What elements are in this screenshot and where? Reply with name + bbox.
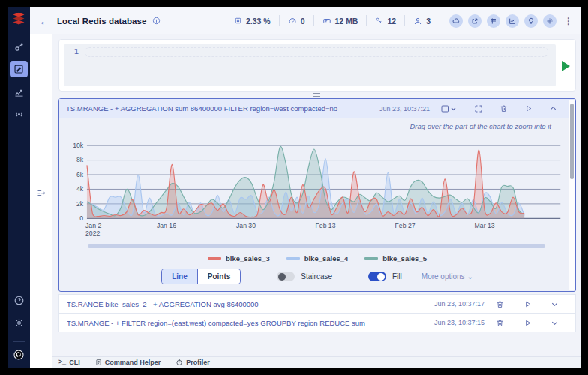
sidebar-item-settings[interactable]: [10, 314, 28, 331]
sidebar-item-help[interactable]: [10, 292, 28, 308]
metric-ops-value: 0: [301, 16, 305, 26]
query-timestamp: Jun 23, 10:37:15: [434, 319, 496, 326]
panel-scrollbar-thumb[interactable]: [570, 104, 574, 179]
svg-text:Jan 30: Jan 30: [236, 222, 256, 230]
svg-text:Jan 2: Jan 2: [86, 222, 101, 230]
pubsub-icon: [14, 109, 25, 120]
settings-button[interactable]: [543, 14, 556, 28]
expand-panel-icon[interactable]: [35, 188, 46, 199]
toggle-knob: [278, 273, 286, 280]
staircase-label: Staircase: [301, 272, 332, 280]
editor-line-number: 1: [74, 48, 79, 56]
sidebar-item-pubsub[interactable]: [10, 106, 28, 122]
svg-text:Feb 27: Feb 27: [395, 222, 416, 230]
user-icon: [413, 16, 422, 26]
window-frame: ← Local Redis database 2.33 % 0 12 MB: [0, 0, 588, 375]
command-helper-button[interactable]: Command Helper: [95, 358, 161, 366]
profiler-button[interactable]: Profiler: [176, 358, 210, 366]
legend-item[interactable]: bike_sales_3: [208, 254, 270, 262]
bulb-button[interactable]: [524, 14, 538, 28]
memory-icon: [322, 16, 332, 26]
sidebar-item-analytics[interactable]: [10, 83, 28, 100]
results-list: TS.MRANGE - + AGGREGATION sum 86400000 F…: [58, 98, 576, 356]
info-icon[interactable]: [152, 16, 160, 25]
analyze-chart-button[interactable]: [506, 14, 519, 28]
expand-chevron-down-icon[interactable]: [550, 319, 559, 327]
points-mode-button[interactable]: Points: [197, 269, 241, 284]
help-icon: [14, 295, 25, 306]
fill-toggle[interactable]: [368, 272, 386, 281]
chart-panel-header[interactable]: TS.MRANGE - + AGGREGATION sum 86400000 F…: [59, 99, 575, 118]
query-timestamp: Jun 23, 10:37:17: [434, 300, 496, 308]
svg-text:8k: 8k: [76, 156, 84, 164]
chart-result-panel: TS.MRANGE - + AGGREGATION sum 86400000 F…: [58, 98, 576, 292]
legend-label: bike_sales_5: [382, 254, 427, 262]
svg-text:Jan 16: Jan 16: [157, 222, 176, 230]
expand-chevron-down-icon[interactable]: [550, 300, 559, 308]
keys-icon: [375, 16, 383, 25]
database-title: Local Redis database: [57, 16, 147, 26]
metric-ops: 0: [280, 16, 314, 26]
trash-icon[interactable]: [496, 300, 504, 308]
more-options-link[interactable]: More options ⌄: [422, 272, 473, 280]
metric-keys: 12: [367, 16, 404, 26]
svg-text:10k: 10k: [73, 142, 84, 149]
run-query-button[interactable]: [562, 61, 570, 71]
rerun-play-icon[interactable]: [524, 104, 532, 112]
view-switcher-icon[interactable]: [441, 104, 458, 113]
legend-item[interactable]: bike_sales_5: [364, 254, 427, 262]
bottom-toolbar: >_ CLI Command Helper Profiler: [52, 356, 580, 368]
redis-logo-icon: [11, 11, 26, 26]
rerun-play-icon[interactable]: [524, 300, 532, 308]
fullscreen-icon[interactable]: [474, 104, 483, 113]
back-arrow-icon[interactable]: ←: [39, 16, 50, 26]
panel-header-icons: [441, 104, 557, 113]
cli-button[interactable]: >_ CLI: [58, 358, 80, 366]
staircase-toggle[interactable]: [277, 272, 295, 281]
svg-text:2k: 2k: [76, 200, 84, 208]
db-header: ← Local Redis database 2.33 % 0 12 MB: [30, 8, 580, 34]
legend-item[interactable]: bike_sales_4: [286, 254, 349, 262]
export-button[interactable]: [468, 14, 482, 28]
query-editor-card: 1: [58, 39, 576, 92]
cloud-button[interactable]: [449, 14, 463, 28]
terminal-icon: >_: [58, 358, 66, 366]
svg-text:4k: 4k: [76, 185, 84, 193]
sidebar-item-browser[interactable]: [10, 38, 28, 55]
command-list-button[interactable]: [487, 14, 500, 28]
metric-cpu-value: 2.33 %: [246, 16, 271, 26]
sidebar-item-workbench[interactable]: [10, 61, 28, 77]
legend-label: bike_sales_4: [304, 254, 349, 262]
github-icon: [13, 349, 25, 361]
gauge-icon: [288, 16, 297, 26]
trash-icon[interactable]: [500, 104, 508, 112]
query-result-row[interactable]: TS.MRANGE - + FILTER region=(east,west) …: [58, 313, 576, 332]
svg-text:2022: 2022: [86, 230, 100, 237]
app-window: ← Local Redis database 2.33 % 0 12 MB: [8, 8, 580, 368]
metric-cpu: 2.33 %: [226, 16, 279, 26]
analytics-chart-icon: [14, 86, 25, 98]
chart-legend: bike_sales_3bike_sales_4bike_sales_5: [59, 254, 575, 262]
timeseries-chart[interactable]: 02k4k6k8k10kJan 22022Jan 16Jan 30Feb 13F…: [67, 130, 565, 243]
trash-icon[interactable]: [496, 319, 504, 327]
key-icon: [14, 41, 25, 52]
legend-swatch: [208, 257, 221, 260]
query-result-row[interactable]: TS.RANGE bike_sales_2 - + AGGREGATION av…: [58, 294, 576, 314]
svg-text:Feb 13: Feb 13: [316, 222, 336, 230]
query-editor[interactable]: 1: [64, 44, 556, 86]
overflow-menu-icon[interactable]: ⋮: [564, 16, 573, 26]
main-column: ← Local Redis database 2.33 % 0 12 MB: [30, 8, 580, 368]
metric-keys-value: 12: [387, 16, 396, 26]
line-mode-button[interactable]: Line: [162, 269, 197, 284]
collapsed-panel-rail: [30, 34, 52, 368]
editor-results-splitter[interactable]: [52, 92, 580, 98]
sidebar-item-github[interactable]: [10, 346, 28, 363]
cpu-icon: [234, 16, 242, 25]
svg-text:6k: 6k: [76, 171, 84, 178]
db-metrics: 2.33 % 0 12 MB 12: [226, 15, 439, 26]
rerun-play-icon[interactable]: [524, 319, 532, 327]
chart-wrap: 02k4k6k8k10kJan 22022Jan 16Jan 30Feb 13F…: [59, 130, 575, 243]
legend-swatch: [364, 257, 378, 260]
collapse-chevron-up-icon[interactable]: [549, 104, 557, 112]
chart-pan-scrollbar[interactable]: [88, 244, 545, 248]
